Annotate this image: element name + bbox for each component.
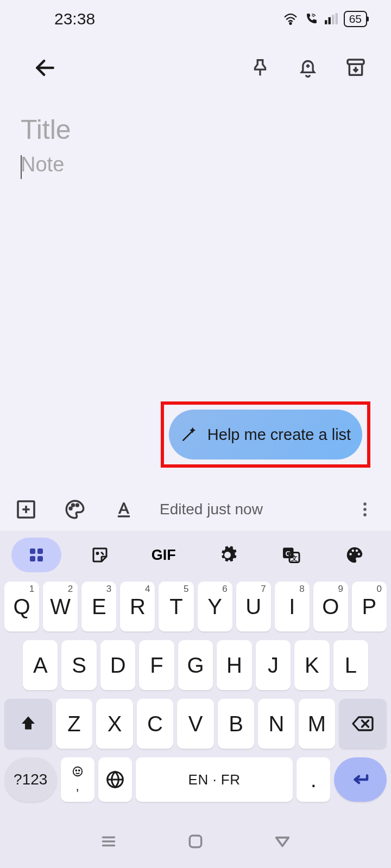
key-i[interactable]: I8 bbox=[275, 582, 310, 631]
gif-label: GIF bbox=[152, 547, 176, 564]
magic-wand-icon bbox=[180, 426, 198, 443]
svg-rect-1 bbox=[325, 20, 327, 24]
add-button[interactable] bbox=[13, 496, 39, 522]
sticker-icon bbox=[90, 545, 110, 565]
signal-icon bbox=[324, 13, 338, 25]
bell-plus-icon bbox=[297, 57, 319, 79]
key-w[interactable]: W2 bbox=[43, 582, 78, 631]
key-g[interactable]: G bbox=[178, 640, 213, 690]
key-l[interactable]: L bbox=[333, 640, 368, 690]
keyboard-apps-button[interactable] bbox=[11, 538, 61, 572]
key-p[interactable]: P0 bbox=[352, 582, 387, 631]
key-q[interactable]: Q1 bbox=[4, 582, 39, 631]
grid-icon bbox=[28, 546, 45, 564]
key-k[interactable]: K bbox=[294, 640, 329, 690]
space-label: EN · FR bbox=[188, 771, 241, 788]
theme-button[interactable] bbox=[330, 538, 380, 572]
text-format-icon bbox=[113, 499, 134, 520]
key-e[interactable]: E3 bbox=[81, 582, 116, 631]
home-button[interactable] bbox=[182, 828, 209, 855]
suggestion-highlight: Help me create a list bbox=[161, 401, 370, 468]
clock: 23:38 bbox=[54, 10, 95, 28]
svg-point-9 bbox=[76, 504, 78, 506]
text-cursor bbox=[21, 155, 22, 179]
app-toolbar bbox=[0, 38, 391, 98]
archive-icon bbox=[345, 57, 367, 79]
symbols-key[interactable]: ?123 bbox=[4, 757, 57, 802]
key-t[interactable]: T5 bbox=[159, 582, 193, 631]
recents-button[interactable] bbox=[95, 828, 122, 855]
key-v[interactable]: V bbox=[177, 699, 214, 749]
period-label: . bbox=[311, 768, 317, 792]
enter-key[interactable] bbox=[334, 757, 387, 802]
editor-bottom-bar: Edited just now bbox=[0, 488, 391, 531]
svg-point-0 bbox=[289, 23, 291, 24]
svg-point-13 bbox=[363, 513, 367, 516]
archive-button[interactable] bbox=[337, 49, 375, 87]
status-icons: 65 bbox=[283, 11, 367, 27]
translate-button[interactable]: G 文 bbox=[266, 538, 316, 572]
svg-point-24 bbox=[352, 550, 354, 552]
backspace-icon bbox=[351, 714, 374, 733]
svg-rect-3 bbox=[332, 15, 334, 24]
space-key[interactable]: EN · FR bbox=[136, 757, 293, 802]
palette-filled-icon bbox=[344, 545, 365, 565]
key-z[interactable]: Z bbox=[56, 699, 93, 749]
language-key[interactable] bbox=[98, 757, 132, 802]
reminder-button[interactable] bbox=[289, 49, 327, 87]
svg-text:文: 文 bbox=[291, 554, 298, 562]
keyboard-rows: Q1W2E3R4T5Y6U7I8O9P0 ASDFGHJKL ZXCVBNM ?… bbox=[0, 579, 391, 802]
key-o[interactable]: O9 bbox=[313, 582, 348, 631]
wifi-icon bbox=[283, 13, 298, 25]
key-h[interactable]: H bbox=[217, 640, 251, 690]
gif-button[interactable]: GIF bbox=[138, 538, 188, 572]
backspace-key[interactable] bbox=[339, 699, 387, 749]
back-nav-button[interactable] bbox=[269, 828, 296, 855]
sticker-button[interactable] bbox=[75, 538, 125, 572]
emoji-key[interactable]: , bbox=[61, 757, 94, 802]
key-j[interactable]: J bbox=[256, 640, 291, 690]
key-c[interactable]: C bbox=[137, 699, 174, 749]
enter-icon bbox=[349, 770, 372, 789]
svg-point-11 bbox=[363, 502, 367, 506]
svg-point-18 bbox=[97, 553, 98, 554]
help-create-list-chip[interactable]: Help me create a list bbox=[169, 410, 362, 459]
key-u[interactable]: U7 bbox=[236, 582, 271, 631]
svg-point-23 bbox=[350, 553, 352, 555]
key-s[interactable]: S bbox=[61, 640, 96, 690]
pin-button[interactable] bbox=[241, 49, 279, 87]
svg-point-25 bbox=[356, 550, 358, 552]
symbols-label: ?123 bbox=[14, 771, 47, 788]
title-input[interactable] bbox=[21, 114, 370, 145]
key-r[interactable]: R4 bbox=[120, 582, 155, 631]
svg-rect-15 bbox=[37, 548, 43, 554]
key-m[interactable]: M bbox=[299, 699, 336, 749]
more-vert-icon bbox=[356, 500, 374, 519]
svg-point-26 bbox=[358, 553, 360, 555]
key-n[interactable]: N bbox=[258, 699, 295, 749]
key-a[interactable]: A bbox=[23, 640, 58, 690]
translate-icon: G 文 bbox=[281, 545, 301, 565]
triangle-down-icon bbox=[273, 832, 292, 851]
keyboard-settings-button[interactable] bbox=[203, 538, 253, 572]
battery-indicator: 65 bbox=[344, 11, 367, 27]
note-body-input[interactable] bbox=[21, 153, 370, 176]
more-button[interactable] bbox=[352, 496, 378, 522]
text-format-button[interactable] bbox=[111, 496, 137, 522]
back-button[interactable] bbox=[26, 49, 64, 87]
period-key[interactable]: . bbox=[297, 757, 330, 802]
key-f[interactable]: F bbox=[139, 640, 174, 690]
soft-keyboard: GIF G 文 Q1W2E3R4T5Y6U7I8O9P0 ASDFGHJKL bbox=[0, 531, 391, 868]
shift-key[interactable] bbox=[4, 699, 52, 749]
key-b[interactable]: B bbox=[218, 699, 255, 749]
key-d[interactable]: D bbox=[100, 640, 135, 690]
arrow-left-icon bbox=[33, 56, 57, 80]
key-y[interactable]: Y6 bbox=[198, 582, 232, 631]
palette-icon bbox=[64, 498, 86, 521]
phone-wifi-icon bbox=[304, 12, 319, 25]
svg-point-28 bbox=[75, 770, 77, 771]
edited-label: Edited just now bbox=[160, 501, 263, 518]
palette-button[interactable] bbox=[62, 496, 88, 522]
key-x[interactable]: X bbox=[96, 699, 133, 749]
svg-rect-10 bbox=[118, 515, 130, 517]
